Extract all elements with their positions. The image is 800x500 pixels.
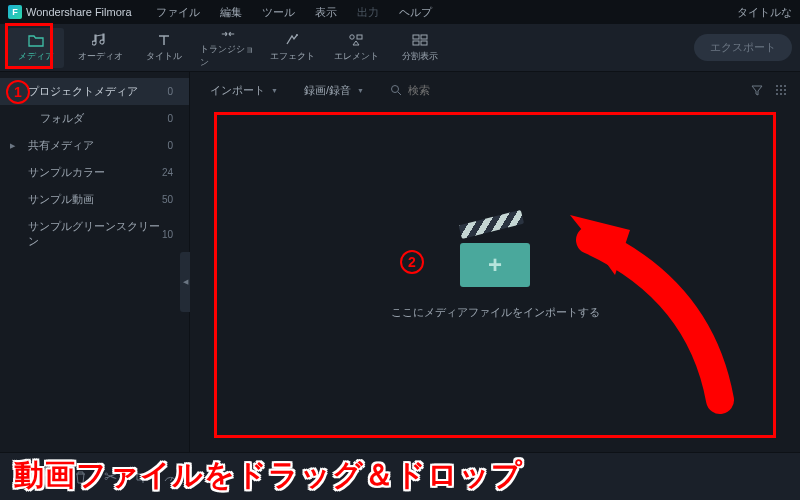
svg-rect-5 <box>413 41 419 45</box>
svg-point-1 <box>350 35 354 39</box>
content-toolbar: インポート ▼ 録画/録音 ▼ <box>190 72 800 108</box>
svg-point-7 <box>391 86 398 93</box>
sidebar-item-count: 0 <box>167 113 173 124</box>
sidebar-item-sample-video[interactable]: サンプル動画 50 <box>0 186 189 213</box>
svg-rect-2 <box>357 35 362 39</box>
tab-media[interactable]: メディア <box>8 28 64 68</box>
sidebar-item-label: サンプル動画 <box>28 192 94 207</box>
sidebar-item-label: 共有メディア <box>28 138 94 153</box>
search-input[interactable] <box>408 84 732 96</box>
sidebar-item-project-media[interactable]: プロジェクトメディア 0 <box>0 78 189 105</box>
sidebar-item-shared-media[interactable]: 共有メディア 0 <box>0 132 189 159</box>
sidebar-item-sample-greenscreen[interactable]: サンプルグリーンスクリーン 10 <box>0 213 189 255</box>
svg-point-9 <box>780 85 782 87</box>
svg-point-0 <box>296 34 298 36</box>
menu-output: 出力 <box>349 5 387 20</box>
effect-icon <box>284 32 300 48</box>
element-icon <box>348 32 364 48</box>
svg-point-10 <box>784 85 786 87</box>
sidebar-item-label: サンプルグリーンスクリーン <box>28 219 162 249</box>
search-field[interactable] <box>382 80 740 100</box>
tab-title[interactable]: タイトル <box>136 28 192 68</box>
grid-view-icon[interactable] <box>774 83 788 97</box>
tab-label: エレメント <box>334 50 379 63</box>
svg-point-16 <box>784 93 786 95</box>
record-label: 録画/録音 <box>304 83 351 98</box>
menu-tools[interactable]: ツール <box>254 5 303 20</box>
app-logo-icon: F <box>8 5 22 19</box>
transition-icon <box>220 27 236 41</box>
svg-point-14 <box>776 93 778 95</box>
clapperboard-icon <box>460 231 530 287</box>
sidebar-item-folder[interactable]: フォルダ 0 <box>0 105 189 132</box>
media-drop-zone[interactable]: ここにメディアファイルをインポートする <box>214 112 776 438</box>
import-dropdown[interactable]: インポート ▼ <box>202 79 286 102</box>
search-icon <box>390 84 402 96</box>
folder-icon <box>28 32 44 48</box>
title-right-label: タイトルな <box>737 5 792 20</box>
svg-point-11 <box>776 89 778 91</box>
annotation-instruction-text: 動画ファイルをドラッグ＆ドロップ <box>14 455 523 496</box>
app-name: Wondershare Filmora <box>26 6 132 18</box>
sidebar-item-label: プロジェクトメディア <box>28 84 138 99</box>
tab-label: エフェクト <box>270 50 315 63</box>
sidebar-item-count: 10 <box>162 229 173 240</box>
tab-effect[interactable]: エフェクト <box>264 28 320 68</box>
svg-point-15 <box>780 93 782 95</box>
sidebar-item-count: 24 <box>162 167 173 178</box>
sidebar-item-count: 50 <box>162 194 173 205</box>
title-icon <box>156 32 172 48</box>
filter-icon[interactable] <box>750 83 764 97</box>
svg-point-12 <box>780 89 782 91</box>
menu-view[interactable]: 表示 <box>307 5 345 20</box>
export-button[interactable]: エクスポート <box>694 34 792 61</box>
sidebar-item-label: フォルダ <box>40 111 84 126</box>
drop-zone-message: ここにメディアファイルをインポートする <box>391 305 600 320</box>
main-area: プロジェクトメディア 0 フォルダ 0 共有メディア 0 サンプルカラー 24 … <box>0 72 800 452</box>
svg-rect-6 <box>421 41 427 45</box>
content-panel: インポート ▼ 録画/録音 ▼ ここにメディアファイルをインポートする <box>190 72 800 452</box>
titlebar: F Wondershare Filmora ファイル 編集 ツール 表示 出力 … <box>0 0 800 24</box>
sidebar-item-count: 0 <box>167 140 173 151</box>
record-dropdown[interactable]: 録画/録音 ▼ <box>296 79 372 102</box>
sidebar: プロジェクトメディア 0 フォルダ 0 共有メディア 0 サンプルカラー 24 … <box>0 72 190 452</box>
split-icon <box>412 32 428 48</box>
sidebar-item-count: 0 <box>167 86 173 97</box>
audio-icon <box>92 32 108 48</box>
import-label: インポート <box>210 83 265 98</box>
svg-rect-4 <box>421 35 427 39</box>
sidebar-item-label: サンプルカラー <box>28 165 105 180</box>
tab-split[interactable]: 分割表示 <box>392 28 448 68</box>
chevron-down-icon: ▼ <box>271 87 278 94</box>
svg-point-13 <box>784 89 786 91</box>
chevron-down-icon: ▼ <box>357 87 364 94</box>
tab-label: タイトル <box>146 50 182 63</box>
menu-file[interactable]: ファイル <box>148 5 208 20</box>
tab-label: トランジション <box>200 43 256 69</box>
tab-label: オーディオ <box>78 50 123 63</box>
toolbar: メディア オーディオ タイトル トランジション エフェクト エレメント 分割表示… <box>0 24 800 72</box>
tab-element[interactable]: エレメント <box>328 28 384 68</box>
menu-help[interactable]: ヘルプ <box>391 5 440 20</box>
sidebar-collapse-handle[interactable]: ◀ <box>180 252 190 312</box>
svg-point-8 <box>776 85 778 87</box>
tab-transition[interactable]: トランジション <box>200 28 256 68</box>
sidebar-item-sample-color[interactable]: サンプルカラー 24 <box>0 159 189 186</box>
tab-label: メディア <box>18 50 54 63</box>
tab-label: 分割表示 <box>402 50 438 63</box>
tab-audio[interactable]: オーディオ <box>72 28 128 68</box>
menu-edit[interactable]: 編集 <box>212 5 250 20</box>
svg-rect-3 <box>413 35 419 39</box>
